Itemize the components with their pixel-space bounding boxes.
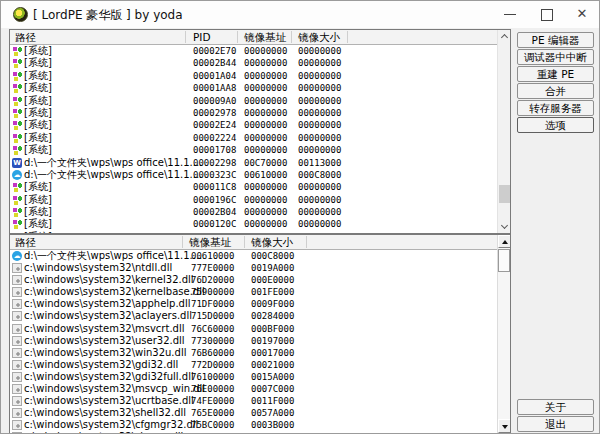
cell-image-size: 00000000 [298,218,341,230]
cell-image-size: 00084000 [251,431,294,433]
cell-path: [系统] [24,144,52,156]
table-row[interactable]: [系统]00002B040000000000000000 [10,206,497,218]
column-header-path[interactable]: 路径 [15,236,36,250]
table-row[interactable]: c:\windows\system32\aclayers.dll715D0000… [10,310,497,322]
table-row[interactable]: c:\windows\system32\shcore.dll7575000000… [10,431,497,433]
process-icon [12,120,22,130]
cell-path: c:\windows\system32\user32.dll [24,335,185,347]
dll-icon [12,348,22,358]
cell-image-size: 00113000 [298,157,341,169]
scroll-down-icon[interactable] [501,222,508,229]
table-row[interactable]: [系统]000017080000000000000000 [10,144,497,156]
table-row[interactable]: [系统]000029780000000000000000 [10,107,497,119]
column-header-pid[interactable]: PID [193,31,211,43]
cloud-icon: ☁ [12,170,22,180]
cell-path: [系统] [24,95,52,107]
cell-path: [系统] [24,119,52,131]
table-row[interactable]: [系统]000022580000000000000000 [10,231,497,233]
cell-image-size: 00000000 [298,82,341,94]
scroll-down-button[interactable] [498,419,511,433]
table-row[interactable]: c:\windows\system32\cfgmgr32.dll75BC0000… [10,419,497,431]
cell-pid: 00002E70 [193,45,236,57]
table-row[interactable]: c:\windows\system32\win32u.dll76B6000000… [10,347,497,359]
dump-server-button[interactable]: 转存服务器 [517,100,594,116]
cell-path: [系统] [24,57,52,69]
column-divider[interactable] [306,236,307,248]
column-header-base[interactable]: 镜像基址 [189,236,231,250]
exit-button[interactable]: 退出 [517,416,594,432]
table-row[interactable]: [系统]000011C80000000000000000 [10,181,497,193]
table-row[interactable]: [系统]00002E240000000000000000 [10,119,497,131]
table-row[interactable]: c:\windows\system32\msvcp_win.dll76E0000… [10,383,497,395]
table-row[interactable]: [系统]00002E700000000000000000 [10,45,497,57]
cell-path: c:\windows\system32\ucrtbase.dll [24,395,194,407]
process-icon [12,133,22,143]
table-row[interactable]: ☁d:\一个文件夹\wps\wps office\11.1....0061000… [10,250,497,262]
rebuild-pe-button[interactable]: 重建 PE [517,66,594,82]
column-header-path[interactable]: 路径 [15,31,36,45]
process-list-scrollbar[interactable] [497,30,510,233]
dll-icon [12,263,22,273]
column-divider[interactable] [182,236,183,248]
process-icon [12,108,22,118]
column-header-size[interactable]: 镜像大小 [251,236,293,250]
dll-icon [12,372,22,382]
titlebar[interactable]: [ LordPE 豪华版 ] by yoda ✕ [1,1,599,28]
minimize-button[interactable] [495,1,525,28]
column-divider[interactable] [244,236,245,248]
column-header-size[interactable]: 镜像大小 [298,31,340,45]
cell-path: [系统] [24,218,52,230]
table-row[interactable]: [系统]0000196C0000000000000000 [10,194,497,206]
table-row[interactable]: ☁d:\一个文件夹\wps\wps office\11.1....0000323… [10,169,497,181]
pe-editor-button[interactable]: PE 编辑器 [517,32,594,48]
dll-icon [12,360,22,370]
scrollbar-thumb[interactable] [499,185,510,203]
about-button[interactable]: 关于 [517,399,594,415]
cell-image-size: 00000000 [298,107,341,119]
column-divider[interactable] [291,31,292,43]
cell-image-base: 00000000 [244,57,287,69]
table-row[interactable]: Wd:\一个文件夹\wps\wps office\11.1....0000229… [10,157,497,169]
column-divider[interactable] [237,31,238,43]
process-list-header[interactable]: 路径 PID 镜像基址 镜像大小 [10,30,510,45]
table-row[interactable]: c:\windows\system32\gdi32.dll772D0000000… [10,359,497,371]
cell-path: [系统] [24,194,52,206]
cell-image-base: 76B60000 [191,347,234,359]
cell-image-base: 00000000 [244,107,287,119]
table-row[interactable]: [系统]000022240000000000000000 [10,132,497,144]
break-debugger-button[interactable]: 调试器中中断 [517,49,594,65]
cell-path: c:\windows\system32\aclayers.dll [24,310,192,322]
unsplit-button[interactable]: 合并 [517,83,594,99]
table-row[interactable]: [系统]00002B440000000000000000 [10,57,497,69]
table-row[interactable]: [系统]00001AA80000000000000000 [10,82,497,94]
table-row[interactable]: c:\windows\system32\ntdll.dll777E0000001… [10,262,497,274]
table-row[interactable]: c:\windows\system32\msvcrt.dll76C6000000… [10,323,497,335]
dll-icon [12,420,22,430]
column-header-base[interactable]: 镜像基址 [244,31,286,45]
cell-pid: 000011C8 [193,181,236,193]
process-icon [12,207,22,217]
table-row[interactable]: c:\windows\system32\user32.dll7730000000… [10,335,497,347]
table-row[interactable]: c:\windows\system32\kernelbase.dll759000… [10,286,497,298]
scrollbar-thumb[interactable] [498,249,510,272]
table-row[interactable]: [系统]00001A040000000000000000 [10,70,497,82]
table-row[interactable]: [系统]000009A00000000000000000 [10,95,497,107]
maximize-button[interactable] [531,1,561,28]
options-button[interactable]: 选项 [517,117,594,133]
table-row[interactable]: c:\windows\system32\ucrtbase.dll74FE0000… [10,395,497,407]
scroll-up-button[interactable] [498,235,511,248]
scroll-up-icon[interactable] [501,34,508,41]
column-divider[interactable] [185,31,186,43]
column-divider[interactable] [347,31,348,43]
table-row[interactable]: c:\windows\system32\shell32.dll765E00000… [10,407,497,419]
cell-pid: 0000196C [193,194,236,206]
table-row[interactable]: c:\windows\system32\gdi32full.dll7610000… [10,371,497,383]
dll-icon [12,336,22,346]
table-row[interactable]: c:\windows\system32\apphelp.dll71DF00000… [10,298,497,310]
close-button[interactable]: ✕ [567,1,597,28]
cell-image-base: 75750000 [191,431,234,433]
table-row[interactable]: [系统]0000120C0000000000000000 [10,218,497,230]
table-row[interactable]: c:\windows\system32\kernel32.dll76D20000… [10,274,497,286]
module-list-scrollbar[interactable] [497,235,510,433]
module-list-header[interactable]: 路径 镜像基址 镜像大小 [10,235,510,250]
